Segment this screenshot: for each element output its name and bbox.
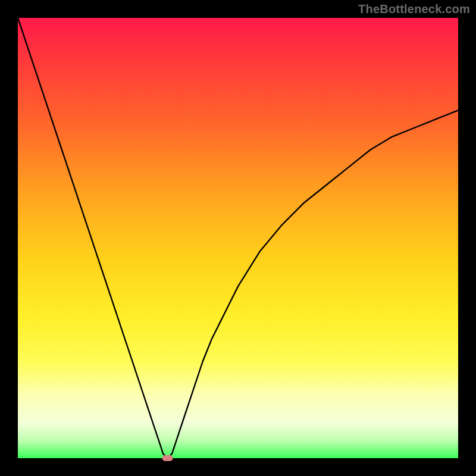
minimum-marker: [162, 455, 173, 461]
chart-curve-layer: [18, 18, 458, 458]
bottleneck-curve: [18, 18, 458, 458]
chart-frame: TheBottleneck.com: [0, 0, 476, 476]
source-attribution: TheBottleneck.com: [358, 2, 470, 16]
